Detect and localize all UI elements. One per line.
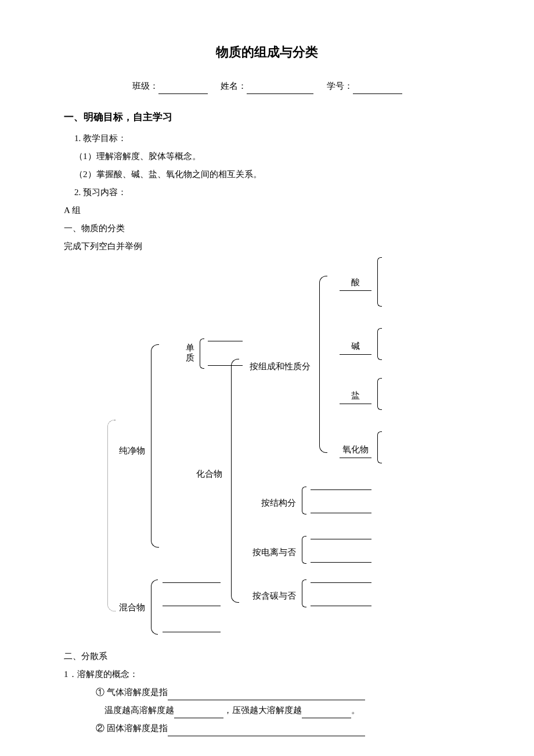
salt-label: 盐 xyxy=(340,388,371,404)
compound-brace xyxy=(231,359,239,603)
section-1-heading: 一、明确目标，自主学习 xyxy=(64,109,470,127)
sub-1-heading: 一、物质的分类 xyxy=(64,221,470,236)
name-blank[interactable] xyxy=(247,84,313,94)
base-label: 碱 xyxy=(340,339,371,355)
classification-diagram: 纯净物 单质 化合物 按组成和性质分 酸 碱 盐 氧化物 按结构分 按电离与否 … xyxy=(64,257,470,646)
mixture-label: 混合物 xyxy=(119,600,145,615)
by-ionize-brace xyxy=(302,536,306,564)
group-a-label: A 组 xyxy=(64,203,470,218)
by-comp-brace xyxy=(319,276,327,453)
ionize-blank-1[interactable] xyxy=(311,539,371,539)
pure-label: 纯净物 xyxy=(119,443,145,459)
oxide-brace xyxy=(377,431,382,463)
carbon-blank-1[interactable] xyxy=(311,582,371,583)
goal-2: （2）掌握酸、碱、盐、氧化物之间的相互关系。 xyxy=(74,167,470,182)
q1-line2-b: ，压强越大溶解度越 xyxy=(223,705,302,715)
mix-blank-2[interactable] xyxy=(163,606,221,606)
id-label: 学号： xyxy=(327,81,353,91)
q2-prefix: ② 固体溶解度是指 xyxy=(96,723,168,733)
ionize-blank-2[interactable] xyxy=(311,562,371,563)
preview-heading: 2. 预习内容： xyxy=(74,185,470,200)
root-brace xyxy=(107,420,116,611)
by-struct-brace xyxy=(302,487,306,514)
q1-line2-a: 温度越高溶解度越 xyxy=(104,705,174,715)
salt-brace xyxy=(377,378,382,410)
q1-blank-3[interactable] xyxy=(302,708,351,718)
simple-blank-1[interactable] xyxy=(208,341,243,341)
q1-blank-1[interactable] xyxy=(168,690,365,700)
sub-2-q1: 1．溶解度的概念： xyxy=(64,667,470,682)
oxide-label: 氧化物 xyxy=(340,442,371,458)
pure-brace xyxy=(151,344,159,548)
q1-line1-prefix: ① 气体溶解度是指 xyxy=(96,687,168,697)
q2-blank[interactable] xyxy=(168,726,365,736)
sub-2-heading: 二、分散系 xyxy=(64,649,470,664)
struct-blank-2[interactable] xyxy=(311,513,371,513)
goals-heading: 1. 教学目标： xyxy=(74,131,470,146)
carbon-blank-2[interactable] xyxy=(311,606,371,606)
q1-line-1: ① 气体溶解度是指 xyxy=(96,685,470,700)
acid-label: 酸 xyxy=(340,275,371,291)
simple-brace xyxy=(200,339,204,369)
compound-label: 化合物 xyxy=(196,466,222,482)
mix-blank-3[interactable] xyxy=(163,632,221,632)
by-carbon-brace xyxy=(302,579,306,607)
mixture-brace xyxy=(151,579,158,635)
q2-line: ② 固体溶解度是指 xyxy=(96,721,470,736)
base-brace xyxy=(377,328,382,360)
q1-line-2: 温度越高溶解度越，压强越大溶解度越。 xyxy=(104,703,470,718)
by-struct-label: 按结构分 xyxy=(261,495,296,511)
sub-1-desc: 完成下列空白并举例 xyxy=(64,239,470,254)
q1-blank-2[interactable] xyxy=(174,708,223,718)
name-label: 姓名： xyxy=(221,81,247,91)
id-blank[interactable] xyxy=(353,84,402,94)
class-blank[interactable] xyxy=(158,84,208,94)
acid-brace xyxy=(377,257,382,307)
by-comp-label: 按组成和性质分 xyxy=(250,359,311,375)
mix-blank-1[interactable] xyxy=(163,582,221,583)
by-carbon-label: 按含碳与否 xyxy=(252,588,296,604)
simple-label: 单质 xyxy=(186,343,194,362)
student-info-line: 班级： 姓名： 学号： xyxy=(64,78,470,94)
page-title: 物质的组成与分类 xyxy=(64,41,470,64)
class-label: 班级： xyxy=(132,81,158,91)
q1-line2-c: 。 xyxy=(351,705,360,715)
struct-blank-1[interactable] xyxy=(311,489,371,490)
goal-1: （1）理解溶解度、胶体等概念。 xyxy=(74,149,470,164)
by-ionize-label: 按电离与否 xyxy=(252,545,296,560)
